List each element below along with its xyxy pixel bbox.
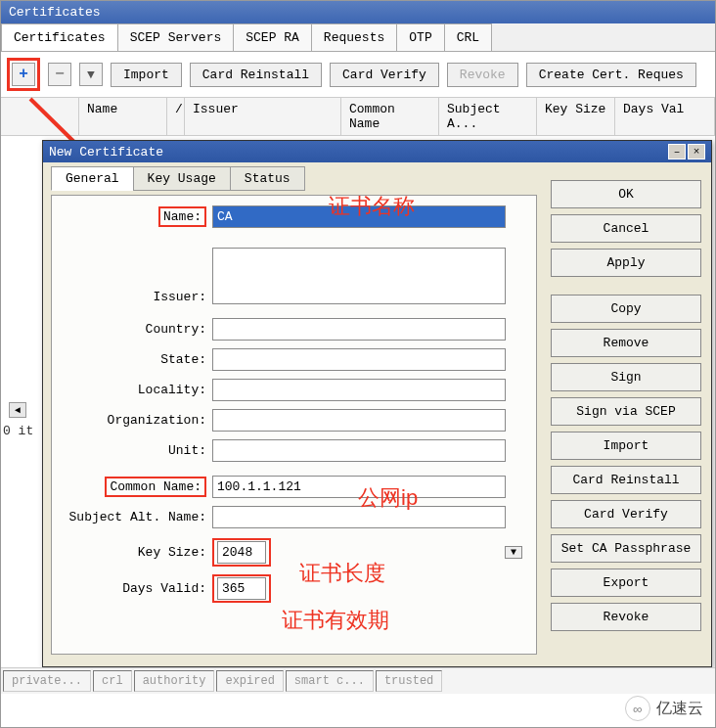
col-key-size[interactable]: Key Size [537, 98, 615, 135]
dlg-tab-key-usage[interactable]: Key Usage [133, 166, 231, 191]
dlg-tab-status[interactable]: Status [230, 166, 305, 191]
tab-requests[interactable]: Requests [311, 23, 397, 51]
col-blank[interactable] [1, 98, 79, 135]
copy-button[interactable]: Copy [551, 295, 701, 323]
country-label: Country: [66, 322, 212, 337]
key-size-spinner-icon[interactable]: ▼ [505, 546, 522, 559]
days-valid-input[interactable] [217, 577, 266, 600]
status-trusted[interactable]: trusted [376, 670, 442, 692]
common-name-input[interactable] [212, 476, 506, 498]
tab-scep-ra[interactable]: SCEP RA [233, 23, 312, 51]
dialog-button-panel: OK Cancel Apply Copy Remove Sign Sign vi… [545, 162, 711, 666]
cancel-button[interactable]: Cancel [551, 214, 701, 243]
revoke-button[interactable]: Revoke [447, 63, 518, 87]
locality-input[interactable] [212, 379, 506, 401]
country-input[interactable] [212, 318, 506, 341]
sign-via-scep-button[interactable]: Sign via SCEP [551, 397, 701, 426]
item-count-label: 0 it [3, 424, 33, 438]
tab-crl[interactable]: CRL [444, 23, 492, 51]
card-verify-button[interactable]: Card Verify [330, 63, 439, 87]
scroll-left-icon[interactable]: ◄ [9, 402, 26, 418]
card-reinstall-button[interactable]: Card Reinstall [190, 63, 322, 87]
unit-input[interactable] [212, 439, 506, 462]
minimize-icon[interactable]: – [668, 144, 686, 159]
status-authority[interactable]: authority [134, 670, 215, 692]
annotation-plus-highlight: + [7, 58, 40, 91]
state-label: State: [66, 352, 212, 367]
remove-icon[interactable]: − [48, 63, 71, 86]
issuer-label: Issuer: [66, 290, 212, 304]
import-button[interactable]: Import [111, 63, 182, 87]
col-days-valid[interactable]: Days Val [615, 98, 715, 135]
ok-button[interactable]: OK [551, 180, 701, 208]
col-sort[interactable]: / [167, 98, 185, 135]
locality-label: Locality: [66, 383, 212, 397]
apply-button[interactable]: Apply [551, 249, 701, 277]
filter-icon[interactable]: ▼ [79, 63, 103, 86]
close-icon[interactable]: × [688, 144, 705, 159]
status-expired[interactable]: expired [216, 670, 283, 692]
toolbar: + − ▼ Import Card Reinstall Card Verify … [1, 52, 715, 98]
sign-button[interactable]: Sign [551, 363, 701, 391]
remove-button[interactable]: Remove [551, 329, 701, 357]
annotation-cert-valid: 证书有效期 [282, 606, 389, 635]
dlg-tab-general[interactable]: General [51, 166, 134, 191]
col-subject[interactable]: Subject A... [439, 98, 537, 135]
col-issuer[interactable]: Issuer [185, 98, 341, 135]
new-certificate-dialog: New Certificate – × General Key Usage St… [42, 140, 712, 667]
days-valid-label: Days Valid: [66, 581, 212, 596]
brand-text: 亿速云 [656, 699, 703, 719]
organization-input[interactable] [212, 409, 506, 432]
brand-logo-icon: ∞ [625, 696, 650, 721]
unit-label: Unit: [66, 443, 212, 458]
create-cert-button[interactable]: Create Cert. Reques [526, 63, 696, 87]
dialog-titlebar: New Certificate – × [43, 141, 711, 162]
dialog-form: Name: 证书名称 Issuer: Country: State: [51, 195, 537, 655]
name-input[interactable] [212, 205, 506, 228]
col-common-name[interactable]: Common Name [341, 98, 439, 135]
add-icon[interactable]: + [12, 63, 35, 86]
status-bar: private... crl authority expired smart c… [1, 667, 715, 694]
key-size-input[interactable] [217, 541, 266, 564]
status-private[interactable]: private... [3, 670, 91, 692]
watermark: ∞ 亿速云 [625, 696, 703, 721]
col-name[interactable]: Name [79, 98, 167, 135]
state-input[interactable] [212, 348, 506, 371]
tab-certificates[interactable]: Certificates [1, 23, 118, 51]
export-button[interactable]: Export [551, 569, 701, 597]
main-tab-strip: Certificates SCEP Servers SCEP RA Reques… [1, 23, 715, 52]
organization-label: Organization: [66, 413, 212, 428]
set-ca-passphrase-button[interactable]: Set CA Passphrase [551, 534, 701, 563]
common-name-label: Common Name: [66, 477, 212, 497]
dlg-card-verify-button[interactable]: Card Verify [551, 500, 701, 528]
key-size-label: Key Size: [66, 545, 212, 560]
dialog-title-text: New Certificate [49, 145, 163, 159]
dlg-card-reinstall-button[interactable]: Card Reinstall [551, 466, 701, 494]
list-column-headers: Name / Issuer Common Name Subject A... K… [1, 98, 715, 136]
name-label: Name: [66, 206, 212, 227]
dlg-import-button[interactable]: Import [551, 432, 701, 460]
status-crl[interactable]: crl [93, 670, 132, 692]
san-input[interactable] [212, 506, 506, 528]
tab-otp[interactable]: OTP [396, 23, 444, 51]
status-smart-c[interactable]: smart c... [286, 670, 374, 692]
main-window-title: Certificates [1, 1, 715, 23]
san-label: Subject Alt. Name: [66, 510, 212, 524]
dlg-revoke-button[interactable]: Revoke [551, 603, 701, 631]
dialog-tab-strip: General Key Usage Status [51, 166, 537, 191]
issuer-input[interactable] [212, 248, 506, 304]
tab-scep-servers[interactable]: SCEP Servers [117, 23, 235, 51]
